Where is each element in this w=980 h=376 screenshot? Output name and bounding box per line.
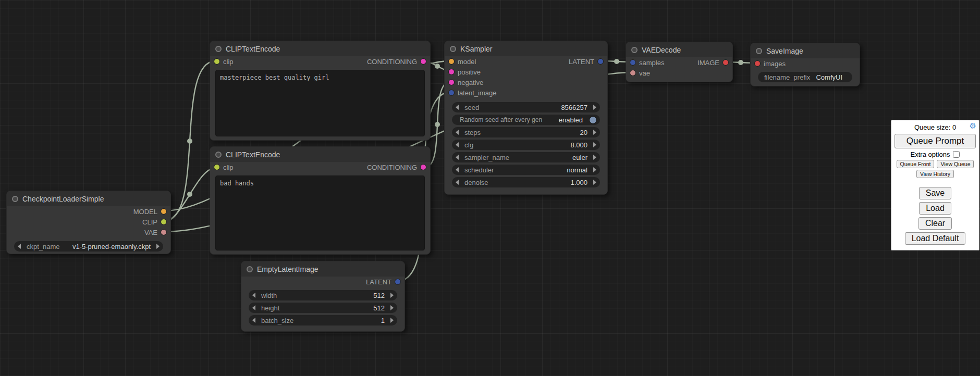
prompt-textarea[interactable]: bad hands bbox=[215, 176, 425, 250]
output-dot-conditioning[interactable] bbox=[421, 59, 426, 64]
save-button[interactable]: Save bbox=[919, 187, 951, 199]
widget-width[interactable]: width 512 bbox=[249, 290, 397, 300]
collapse-toggle-icon[interactable] bbox=[215, 152, 222, 158]
widget-denoise[interactable]: denoise 1.000 bbox=[452, 177, 600, 187]
output-dot-model[interactable] bbox=[161, 209, 166, 214]
input-dot-samples[interactable] bbox=[630, 60, 635, 65]
prompt-textarea[interactable]: masterpiece best quality girl bbox=[215, 70, 425, 136]
collapse-toggle-icon[interactable] bbox=[450, 46, 456, 52]
widget-sampler-name[interactable]: sampler_name euler bbox=[452, 152, 600, 162]
collapse-toggle-icon[interactable] bbox=[756, 48, 762, 54]
increment-arrow-icon[interactable] bbox=[593, 105, 596, 110]
node-save-image[interactable]: SaveImage images filename_prefix ComfyUI bbox=[750, 43, 860, 86]
widget-random-seed-toggle[interactable]: Random seed after every gen enabled bbox=[452, 115, 600, 125]
node-title-bar[interactable]: KSampler bbox=[445, 41, 607, 56]
input-dot-clip[interactable] bbox=[214, 59, 219, 64]
decrement-arrow-icon[interactable] bbox=[456, 155, 459, 160]
increment-arrow-icon[interactable] bbox=[593, 167, 596, 172]
decrement-arrow-icon[interactable] bbox=[252, 305, 255, 310]
output-dot-conditioning[interactable] bbox=[421, 165, 426, 170]
input-dot-model[interactable] bbox=[449, 59, 454, 64]
decrement-arrow-icon[interactable] bbox=[456, 105, 459, 110]
view-queue-button[interactable]: View Queue bbox=[937, 160, 974, 168]
output-slot-latent: LATENT bbox=[569, 58, 603, 66]
toggle-knob-icon[interactable] bbox=[590, 117, 596, 123]
widget-scheduler[interactable]: scheduler normal bbox=[452, 165, 600, 175]
widget-ckpt-name[interactable]: ckpt_name v1-5-pruned-emaonly.ckpt bbox=[14, 241, 163, 252]
widget-cfg[interactable]: cfg 8.000 bbox=[452, 140, 600, 150]
widget-batch-size[interactable]: batch_size 1 bbox=[249, 315, 397, 325]
input-dot-negative[interactable] bbox=[449, 80, 454, 85]
widget-value: v1-5-pruned-emaonly.ckpt bbox=[72, 243, 151, 250]
increment-arrow-icon[interactable] bbox=[390, 305, 394, 310]
increment-arrow-icon[interactable] bbox=[593, 155, 596, 160]
collapse-toggle-icon[interactable] bbox=[215, 46, 222, 52]
node-title-bar[interactable]: CLIPTextEncode bbox=[210, 41, 430, 56]
input-dot-latent-image[interactable] bbox=[449, 90, 454, 95]
widget-filename-prefix[interactable]: filename_prefix ComfyUI bbox=[758, 72, 852, 82]
output-dot-latent[interactable] bbox=[395, 279, 400, 284]
input-dot-positive[interactable] bbox=[449, 69, 454, 74]
node-title-bar[interactable]: VAEDecode bbox=[626, 42, 732, 57]
decrement-arrow-icon[interactable] bbox=[456, 167, 459, 172]
clear-button[interactable]: Clear bbox=[918, 217, 952, 230]
increment-arrow-icon[interactable] bbox=[390, 293, 394, 298]
load-default-button[interactable]: Load Default bbox=[905, 232, 966, 245]
widget-steps[interactable]: steps 20 bbox=[452, 127, 600, 137]
node-checkpoint-loader-simple[interactable]: CheckpointLoaderSimple MODEL CLIP VAE ck… bbox=[6, 191, 171, 254]
output-dot-image[interactable] bbox=[723, 60, 728, 65]
link-midpoint-dot bbox=[187, 139, 192, 144]
output-dot-clip[interactable] bbox=[161, 219, 166, 224]
collapse-toggle-icon[interactable] bbox=[631, 47, 638, 53]
extra-options-checkbox[interactable] bbox=[953, 151, 960, 158]
node-vae-decode[interactable]: VAEDecode samples IMAGE vae bbox=[626, 42, 733, 82]
decrement-arrow-icon[interactable] bbox=[456, 180, 459, 185]
node-empty-latent-image[interactable]: EmptyLatentImage LATENT width 512 height… bbox=[241, 261, 405, 332]
increment-arrow-icon[interactable] bbox=[593, 142, 596, 147]
widget-height[interactable]: height 512 bbox=[249, 303, 397, 313]
output-dot-latent[interactable] bbox=[598, 59, 603, 64]
input-slot-clip: clip bbox=[214, 58, 234, 66]
input-dot-clip[interactable] bbox=[214, 165, 219, 170]
settings-gear-icon[interactable]: ⚙ bbox=[970, 122, 976, 130]
collapse-toggle-icon[interactable] bbox=[12, 196, 18, 202]
queue-prompt-button[interactable]: Queue Prompt bbox=[895, 134, 976, 148]
output-slot-conditioning: CONDITIONING bbox=[367, 164, 426, 171]
node-ksampler[interactable]: KSampler model LATENT positive negative … bbox=[444, 41, 608, 195]
node-title-bar[interactable]: EmptyLatentImage bbox=[241, 261, 405, 277]
widget-label: ckpt_name bbox=[27, 243, 60, 250]
increment-arrow-icon[interactable] bbox=[593, 130, 596, 135]
link-midpoint-dot bbox=[614, 59, 619, 64]
decrement-arrow-icon[interactable] bbox=[456, 142, 459, 147]
widget-value: 8.000 bbox=[570, 141, 587, 149]
node-clip-text-encode-positive[interactable]: CLIPTextEncode clip CONDITIONING masterp… bbox=[210, 41, 431, 141]
widget-label: sampler_name bbox=[464, 154, 509, 161]
widget-seed[interactable]: seed 8566257 bbox=[452, 102, 600, 112]
load-button[interactable]: Load bbox=[919, 202, 951, 215]
decrement-arrow-icon[interactable] bbox=[456, 130, 459, 135]
node-clip-text-encode-negative[interactable]: CLIPTextEncode clip CONDITIONING bad han… bbox=[210, 146, 431, 255]
view-history-button[interactable]: View History bbox=[916, 170, 954, 178]
slot-label: clip bbox=[223, 164, 234, 171]
node-title: CheckpointLoaderSimple bbox=[22, 195, 104, 203]
node-title-bar[interactable]: CheckpointLoaderSimple bbox=[7, 191, 170, 206]
node-title-bar[interactable]: CLIPTextEncode bbox=[210, 147, 430, 162]
widget-value: 1 bbox=[381, 317, 385, 324]
slot-label: latent_image bbox=[458, 89, 496, 97]
decrement-arrow-icon[interactable] bbox=[18, 244, 21, 249]
input-slot-model: model bbox=[449, 58, 476, 66]
slot-label: VAE bbox=[144, 229, 157, 236]
output-dot-vae[interactable] bbox=[161, 230, 166, 235]
increment-arrow-icon[interactable] bbox=[390, 318, 394, 323]
collapse-toggle-icon[interactable] bbox=[247, 266, 253, 272]
queue-front-button[interactable]: Queue Front bbox=[897, 160, 935, 168]
input-dot-vae[interactable] bbox=[630, 70, 635, 76]
decrement-arrow-icon[interactable] bbox=[252, 318, 255, 323]
node-title-bar[interactable]: SaveImage bbox=[751, 43, 860, 58]
output-slot-model: MODEL bbox=[7, 206, 170, 217]
increment-arrow-icon[interactable] bbox=[156, 244, 160, 249]
output-slot-conditioning: CONDITIONING bbox=[367, 58, 426, 66]
increment-arrow-icon[interactable] bbox=[593, 180, 596, 185]
input-dot-images[interactable] bbox=[755, 61, 760, 66]
decrement-arrow-icon[interactable] bbox=[252, 293, 255, 298]
